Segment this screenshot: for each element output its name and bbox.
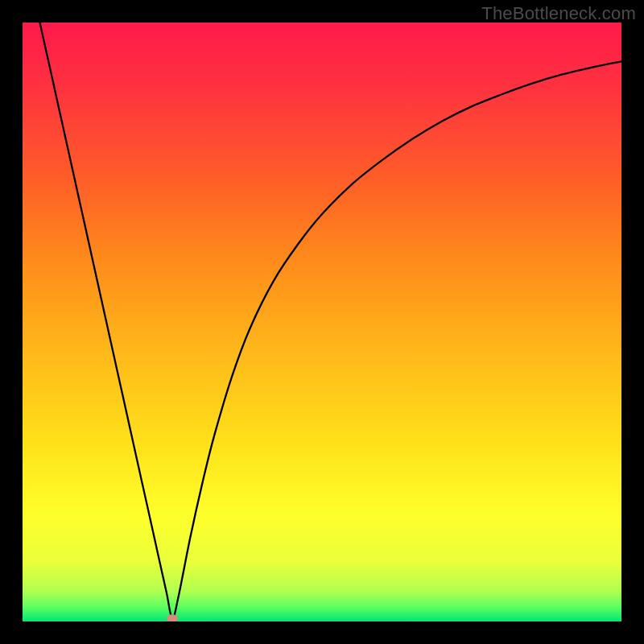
plot-area xyxy=(23,23,621,621)
watermark-text: TheBottleneck.com xyxy=(481,3,636,24)
gradient-background xyxy=(23,23,621,621)
chart-container: TheBottleneck.com xyxy=(0,0,644,644)
